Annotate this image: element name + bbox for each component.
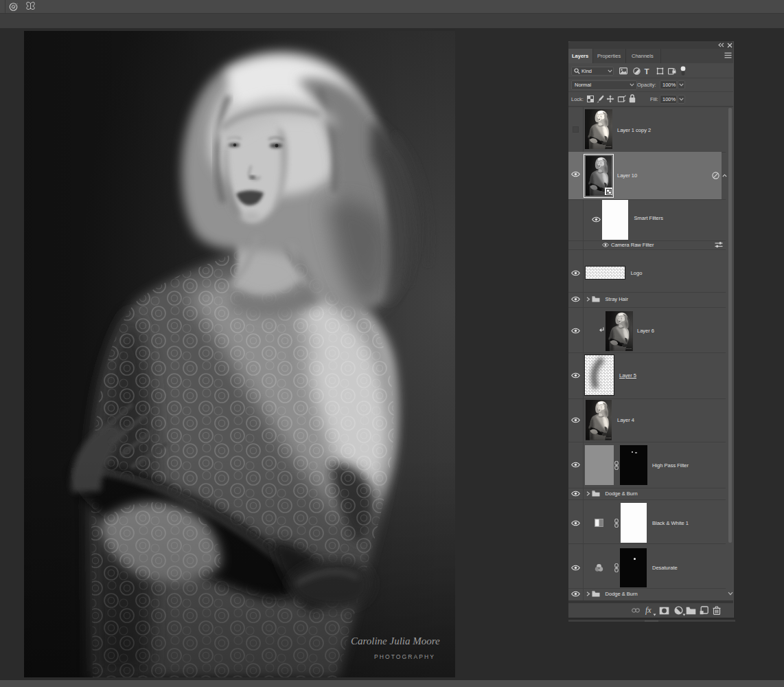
svg-text:PHOTOGRAPHY: PHOTOGRAPHY bbox=[374, 653, 435, 660]
svg-text:Caroline Julia Moore: Caroline Julia Moore bbox=[351, 635, 440, 646]
